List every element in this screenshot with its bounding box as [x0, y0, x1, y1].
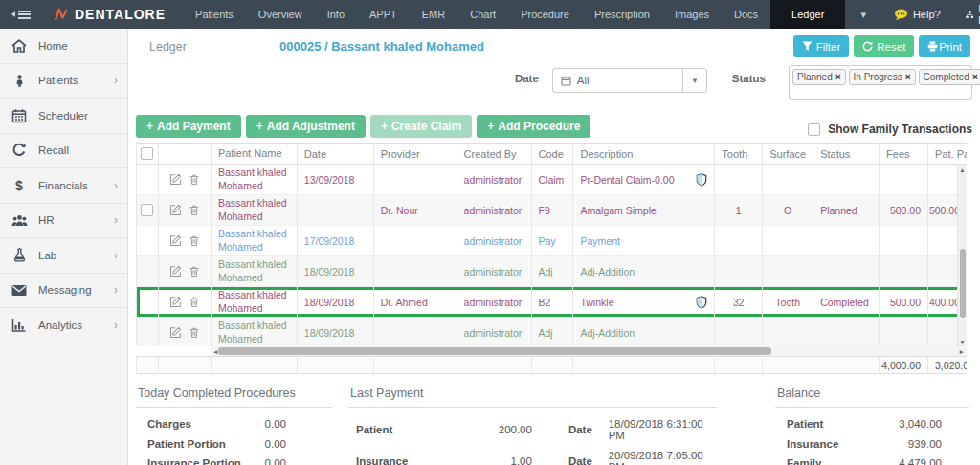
col-surface[interactable]: Surface — [763, 144, 813, 164]
sidebar-item-financials[interactable]: $ Financials › — [0, 168, 127, 204]
sidebar-item-label: Analytics — [38, 320, 82, 331]
add-procedure-button[interactable]: +Add Procedure — [477, 115, 590, 138]
close-icon[interactable]: × — [835, 72, 841, 82]
filter-row: Date All ▼ Status Planned× In Progress× … — [136, 65, 972, 101]
nav-item-prescription[interactable]: Prescription — [582, 0, 662, 29]
delete-icon[interactable] — [189, 326, 200, 339]
cell-created-by: administrator — [457, 165, 532, 194]
summary-section: Today Completed Procedures Charges0.00 P… — [136, 383, 972, 465]
col-patient-name[interactable]: Patient Name — [212, 144, 298, 164]
add-payment-button[interactable]: +Add Payment — [136, 115, 241, 138]
horizontal-scrollbar[interactable]: ◄ ► — [211, 346, 967, 356]
cell-fees — [880, 165, 928, 194]
col-date[interactable]: Date — [298, 144, 374, 164]
edit-icon[interactable] — [169, 265, 182, 277]
print-button[interactable]: Print — [919, 35, 970, 57]
status-chip-completed[interactable]: Completed× — [919, 69, 980, 85]
status-chip-in-progress[interactable]: In Progress× — [849, 69, 916, 85]
vertical-scrollbar[interactable]: ▲ ▼ — [957, 165, 967, 346]
status-chip-planned[interactable]: Planned× — [792, 69, 846, 85]
nav-item-docs[interactable]: Docs — [722, 0, 770, 29]
edit-icon[interactable] — [169, 204, 182, 216]
sidebar-item-messaging[interactable]: Messaging › — [0, 274, 127, 309]
date-filter-select[interactable]: All ▼ — [552, 68, 707, 93]
nav-item-info[interactable]: Info — [315, 0, 357, 29]
reset-button[interactable]: Reset — [854, 35, 914, 57]
table-row[interactable]: Bassant khaled Mohamed 17/09/2018 admini… — [137, 226, 967, 256]
scroll-up-icon[interactable]: ▲ — [958, 165, 967, 174]
top-navbar: DENTALORE Patients Overview Info APPT EM… — [0, 0, 980, 29]
sidebar-item-lab[interactable]: Lab › — [0, 238, 127, 274]
show-family-transactions[interactable]: Show Family Transactions — [808, 122, 972, 136]
scroll-down-icon[interactable]: ▼ — [958, 337, 967, 346]
cell-description: Adj-Addition — [573, 256, 715, 286]
edit-icon[interactable] — [169, 234, 182, 247]
nav-item-overview[interactable]: Overview — [246, 0, 315, 29]
chevron-right-icon: › — [114, 74, 118, 87]
nav-item-chart[interactable]: Chart — [457, 0, 508, 29]
delete-icon[interactable] — [189, 204, 200, 216]
delete-icon[interactable] — [189, 265, 200, 277]
sidebar-item-patients[interactable]: Patients › — [0, 64, 127, 100]
nav-item-appt[interactable]: APPT — [357, 0, 410, 29]
main-content: Ledger 000025 / Bassant khaled Mohamed F… — [128, 29, 980, 465]
nav-item-ledger[interactable]: Ledger — [770, 0, 845, 29]
add-adjustment-button[interactable]: +Add Adjustment — [246, 115, 366, 138]
edit-icon[interactable] — [169, 296, 182, 308]
col-status[interactable]: Status — [813, 144, 880, 164]
sidebar-item-home[interactable]: Home — [0, 29, 127, 64]
filter-button[interactable]: Filter — [793, 35, 850, 57]
col-created-by[interactable]: Created By — [457, 144, 532, 164]
cell-tooth — [715, 318, 763, 346]
nav-item-images[interactable]: Images — [662, 0, 722, 29]
brand-logo[interactable]: DENTALORE — [40, 0, 183, 29]
row-checkbox[interactable] — [141, 204, 153, 216]
plus-icon: + — [381, 120, 388, 133]
nav-more-dropdown[interactable]: ▾ — [845, 0, 881, 29]
table-row[interactable]: Bassant khaled Mohamed Dr. Nour administ… — [137, 195, 967, 226]
delete-icon[interactable] — [189, 173, 200, 186]
navbar-right: Help? First branch System Administrator … — [881, 0, 980, 29]
branch-selector[interactable]: First branch — [953, 0, 980, 29]
table-row[interactable]: Bassant khaled Mohamed 18/09/2018 admini… — [137, 256, 967, 287]
col-description[interactable]: Description — [573, 144, 715, 164]
caret-down-icon[interactable]: ▼ — [682, 69, 706, 92]
cell-created-by: administrator — [457, 195, 532, 225]
totals-row: 4,000.00 3,020.00 — [136, 356, 967, 374]
sidebar-item-recall[interactable]: Recall — [0, 134, 127, 169]
table-row[interactable]: Bassant khaled Mohamed 13/09/2018 admini… — [137, 165, 967, 195]
create-claim-button[interactable]: +Create Claim — [370, 115, 472, 138]
vertical-scroll-thumb[interactable] — [960, 249, 966, 318]
sidebar-item-scheduler[interactable]: Scheduler — [0, 99, 127, 134]
close-icon[interactable]: × — [972, 72, 978, 82]
edit-icon[interactable] — [169, 326, 182, 339]
col-provider[interactable]: Provider — [374, 144, 457, 164]
sidebar-item-hr[interactable]: HR › — [0, 204, 127, 239]
filter-actions: Filter Reset Print — [793, 35, 970, 57]
edit-icon[interactable] — [169, 173, 182, 186]
col-fees[interactable]: Fees — [880, 144, 928, 164]
sidebar-item-analytics[interactable]: Analytics › — [0, 308, 127, 343]
col-tooth[interactable]: Tooth — [715, 144, 763, 164]
select-all-checkbox[interactable] — [141, 147, 153, 160]
nav-item-emr[interactable]: EMR — [410, 0, 457, 29]
sidebar-toggle-button[interactable] — [0, 0, 40, 29]
status-filter-box[interactable]: Planned× In Progress× Completed× — [789, 65, 972, 100]
col-code[interactable]: Code — [532, 144, 574, 164]
col-pat-paid[interactable]: Pat. Pa — [928, 144, 967, 164]
sitemap-icon — [966, 10, 974, 20]
scroll-right-icon[interactable]: ► — [959, 348, 965, 355]
horizontal-scroll-thumb[interactable] — [218, 347, 771, 355]
delete-icon[interactable] — [189, 234, 200, 247]
family-transactions-checkbox[interactable] — [808, 123, 820, 136]
table-row[interactable]: Bassant khaled Mohamed 18/09/2018 Dr. Ah… — [137, 287, 967, 318]
close-icon[interactable]: × — [905, 72, 911, 82]
nav-item-patients[interactable]: Patients — [183, 0, 246, 29]
refresh-icon — [862, 41, 873, 52]
help-button[interactable]: Help? — [881, 0, 953, 29]
delete-icon[interactable] — [189, 296, 200, 308]
nav-item-procedure[interactable]: Procedure — [508, 0, 582, 29]
cell-description: Adj-Addition — [573, 318, 715, 346]
patient-link[interactable]: 000025 / Bassant khaled Mohamed — [279, 39, 484, 54]
table-row[interactable]: Bassant khaled Mohamed 18/09/2018 admini… — [137, 318, 967, 346]
